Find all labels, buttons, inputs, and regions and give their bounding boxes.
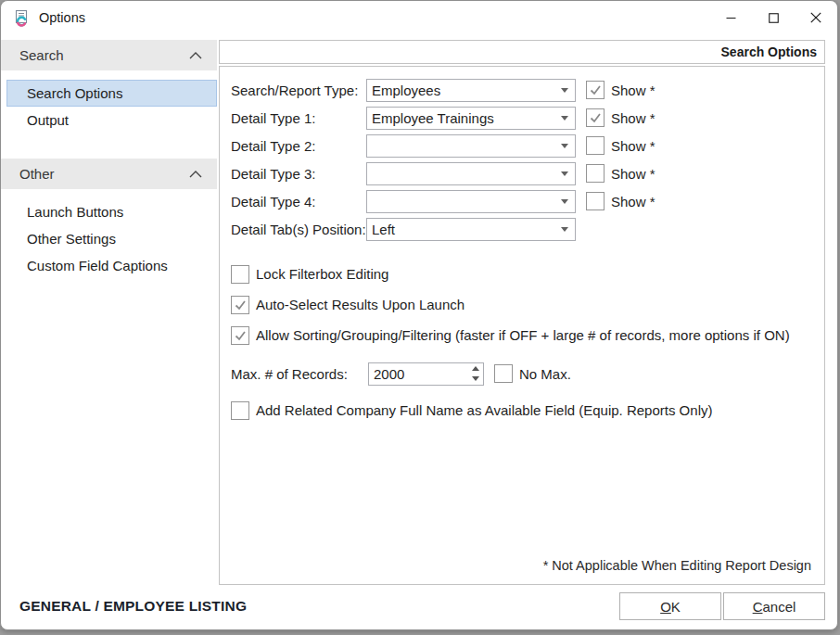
lock-filterbox-editing-checkbox[interactable]	[231, 265, 249, 284]
sidebar-group-search-label: Search	[19, 47, 64, 63]
sidebar-item-output[interactable]: Output	[6, 107, 217, 133]
auto-select-results-row: Auto-Select Results Upon Launch	[231, 289, 824, 320]
footnote: * Not Applicable When Editing Report Des…	[543, 558, 811, 573]
window-controls	[709, 1, 837, 34]
allow-sorting-grouping-filtering-checkbox[interactable]	[231, 326, 249, 345]
chevron-up-icon	[189, 52, 202, 59]
sidebar-group-search[interactable]: Search	[1, 40, 217, 70]
ok-button[interactable]: OK	[619, 592, 721, 620]
spinner-up-button[interactable]	[467, 363, 483, 375]
maximize-icon	[769, 13, 779, 23]
sidebar-item-label: Other Settings	[27, 231, 116, 247]
sidebar: Search Search Options Output Other Launc…	[1, 34, 217, 587]
show-checkbox[interactable]	[586, 164, 605, 183]
field-label: Detail Type 4:	[231, 194, 366, 210]
max-records-input[interactable]	[369, 363, 467, 385]
checkmark-icon	[589, 83, 602, 96]
dropdown-value: Employees	[372, 83, 561, 98]
sidebar-item-label: Launch Buttons	[27, 204, 123, 220]
checkbox-label: Lock Filterbox Editing	[256, 266, 388, 282]
detail-type-1-row: Detail Type 1: Employee Trainings Show *	[231, 104, 824, 132]
show-label: Show *	[611, 83, 655, 98]
options-dialog: Options Search Search Options	[0, 0, 838, 630]
no-max-label: No Max.	[519, 366, 571, 382]
search-report-type-row: Search/Report Type: Employees Show *	[231, 76, 824, 104]
detail-type-3-row: Detail Type 3: Show *	[231, 159, 824, 187]
caret-down-icon	[561, 116, 568, 121]
max-records-row: Max. # of Records: No Max.	[231, 356, 824, 391]
context-label: GENERAL / EMPLOYEE LISTING	[19, 598, 247, 615]
sidebar-item-search-options[interactable]: Search Options	[6, 80, 217, 107]
field-label: Detail Type 1:	[231, 110, 366, 126]
sidebar-item-custom-field-captions[interactable]: Custom Field Captions	[6, 252, 217, 279]
checkmark-icon	[234, 329, 247, 342]
field-label: Search/Report Type:	[231, 83, 366, 98]
no-max-checkbox[interactable]	[494, 364, 513, 383]
max-records-label: Max. # of Records:	[231, 366, 368, 382]
dropdown-value: Employee Trainings	[372, 110, 561, 126]
sidebar-group-other[interactable]: Other	[1, 159, 217, 189]
checkmark-icon	[234, 298, 247, 311]
max-records-spinner	[368, 362, 484, 386]
caret-down-icon	[561, 227, 568, 232]
app-icon	[13, 9, 31, 27]
detail-type-4-row: Detail Type 4: Show *	[231, 187, 824, 215]
triangle-up-icon	[472, 366, 479, 371]
caret-down-icon	[561, 88, 568, 93]
detail-tabs-position-dropdown[interactable]: Left	[366, 218, 576, 241]
detail-type-1-dropdown[interactable]: Employee Trainings	[366, 107, 576, 130]
cancel-button[interactable]: Cancel	[723, 592, 825, 620]
sidebar-group-other-label: Other	[19, 166, 55, 182]
detail-type-3-dropdown[interactable]	[366, 162, 576, 185]
close-button[interactable]	[795, 1, 837, 34]
auto-select-results-checkbox[interactable]	[231, 296, 249, 314]
footer-bar: GENERAL / EMPLOYEE LISTING OK Cancel	[1, 587, 837, 629]
field-label: Detail Tab(s) Position:	[231, 222, 366, 237]
minimize-button[interactable]	[709, 1, 752, 34]
sidebar-item-other-settings[interactable]: Other Settings	[6, 225, 217, 252]
show-checkbox[interactable]	[586, 192, 605, 210]
show-label: Show *	[611, 138, 655, 154]
show-checkbox[interactable]	[586, 136, 605, 155]
sidebar-item-launch-buttons[interactable]: Launch Buttons	[6, 198, 217, 225]
add-related-company-row: Add Related Company Full Name as Availab…	[231, 395, 824, 425]
sidebar-item-label: Search Options	[27, 85, 122, 101]
window-title: Options	[39, 10, 85, 25]
show-label: Show *	[611, 194, 655, 210]
dropdown-value: Left	[372, 222, 561, 237]
field-label: Detail Type 3:	[231, 166, 366, 182]
triangle-down-icon	[472, 376, 479, 381]
caret-down-icon	[561, 144, 568, 148]
show-label: Show *	[611, 110, 655, 126]
show-checkbox[interactable]	[586, 81, 605, 99]
sidebar-item-label: Output	[27, 112, 69, 128]
field-label: Detail Type 2:	[231, 138, 366, 154]
checkbox-label: Add Related Company Full Name as Availab…	[256, 402, 712, 418]
allow-sorting-grouping-filtering-row: Allow Sorting/Grouping/Filtering (faster…	[231, 320, 824, 350]
content-header: Search Options	[219, 40, 825, 64]
detail-type-2-dropdown[interactable]	[366, 134, 576, 158]
detail-type-4-dropdown[interactable]	[366, 190, 576, 213]
chevron-up-icon	[189, 171, 202, 178]
caret-down-icon	[561, 171, 568, 176]
checkmark-icon	[589, 111, 602, 124]
checkbox-label: Allow Sorting/Grouping/Filtering (faster…	[256, 327, 790, 343]
show-label: Show *	[611, 166, 655, 182]
title-bar: Options	[1, 1, 837, 34]
search-report-type-dropdown[interactable]: Employees	[366, 79, 576, 102]
detail-type-2-row: Detail Type 2: Show *	[231, 132, 824, 159]
page-title: Search Options	[721, 44, 817, 59]
sidebar-item-label: Custom Field Captions	[27, 258, 168, 273]
maximize-button[interactable]	[752, 1, 795, 34]
detail-tabs-position-row: Detail Tab(s) Position: Left	[231, 215, 824, 243]
lock-filterbox-editing-row: Lock Filterbox Editing	[231, 259, 824, 289]
add-related-company-checkbox[interactable]	[231, 401, 249, 420]
search-options-panel: Search/Report Type: Employees Show * Det…	[219, 66, 825, 585]
caret-down-icon	[561, 199, 568, 204]
minimize-icon	[726, 13, 736, 23]
close-icon	[810, 12, 821, 23]
spinner-down-button[interactable]	[467, 374, 483, 385]
checkbox-label: Auto-Select Results Upon Launch	[256, 297, 465, 312]
show-checkbox[interactable]	[586, 108, 605, 127]
